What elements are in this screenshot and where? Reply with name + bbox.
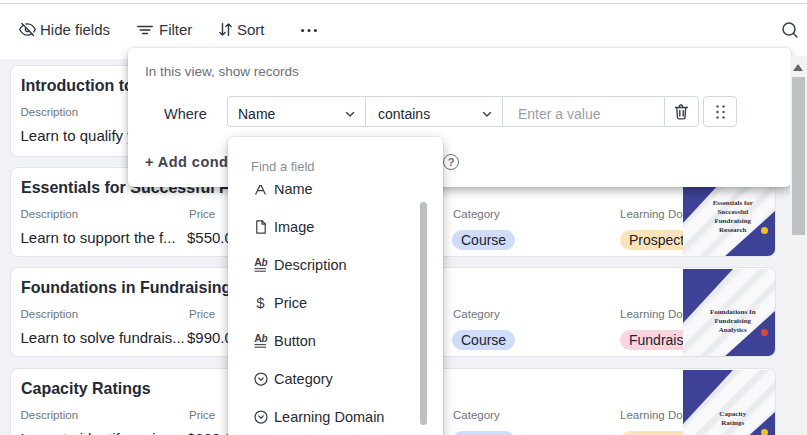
svg-text:b: b — [262, 257, 268, 268]
svg-text:$: $ — [256, 295, 265, 311]
svg-text:b: b — [262, 333, 268, 344]
